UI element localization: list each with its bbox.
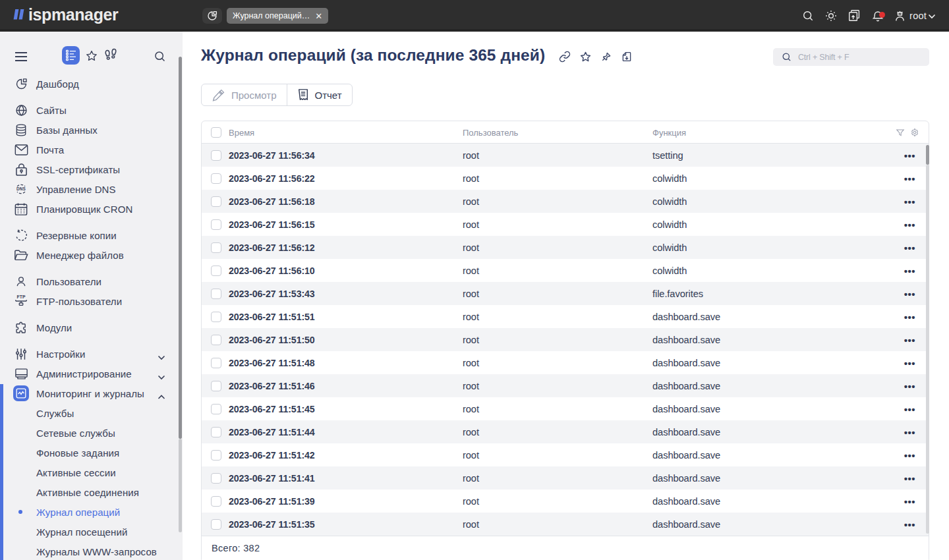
svg-text:DNS: DNS xyxy=(16,186,26,191)
svg-text:FTP: FTP xyxy=(16,294,25,299)
